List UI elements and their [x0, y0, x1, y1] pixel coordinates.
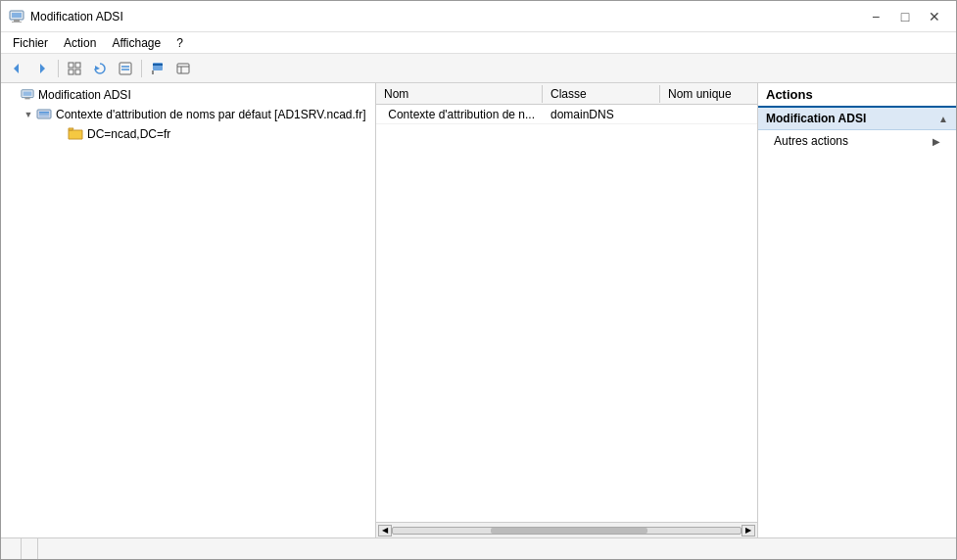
status-bar — [1, 537, 956, 559]
scroll-track[interactable] — [392, 527, 742, 535]
actions-section-modification[interactable]: Modification ADSI ▲ — [758, 108, 956, 130]
svg-rect-15 — [153, 64, 163, 66]
maximize-button[interactable]: □ — [891, 6, 919, 27]
main-area: Modification ADSI ▼ Contexte d'attributi… — [1, 83, 956, 537]
horizontal-scrollbar[interactable]: ◀ ▶ — [376, 522, 757, 537]
menu-help[interactable]: ? — [168, 34, 191, 52]
svg-rect-3 — [12, 22, 22, 23]
export-button[interactable] — [114, 58, 137, 79]
svg-rect-8 — [69, 70, 73, 74]
separator-1 — [58, 60, 59, 77]
grid-button[interactable] — [63, 58, 86, 79]
root-icon — [21, 88, 34, 102]
svg-rect-2 — [14, 20, 20, 22]
window-icon — [9, 9, 24, 24]
scroll-thumb[interactable] — [491, 528, 647, 534]
flag-button[interactable] — [146, 58, 169, 79]
col-nom[interactable]: Nom — [376, 85, 543, 103]
svg-marker-10 — [95, 66, 100, 70]
folder-icon — [68, 126, 83, 142]
table-body: Contexte d'attribution de n... domainDNS — [376, 105, 757, 522]
window-title: Modification ADSI — [30, 10, 862, 23]
col-classe[interactable]: Classe — [543, 85, 660, 103]
tree-item-dc[interactable]: DC=ncad,DC=fr — [48, 124, 375, 144]
content-pane: Nom Classe Nom unique Contexte d'attribu… — [376, 83, 757, 537]
table-header: Nom Classe Nom unique — [376, 83, 757, 105]
tree-item-contexte[interactable]: ▼ Contexte d'attribution de noms par déf… — [17, 105, 375, 124]
back-button[interactable] — [5, 58, 28, 79]
svg-marker-5 — [40, 64, 45, 73]
tree-pane: Modification ADSI ▼ Contexte d'attributi… — [1, 83, 376, 537]
status-segment-2 — [22, 538, 38, 559]
close-button[interactable]: ✕ — [921, 6, 948, 27]
svg-marker-4 — [14, 64, 19, 73]
svg-rect-17 — [177, 64, 189, 73]
table-row[interactable]: Contexte d'attribution de n... domainDNS — [376, 105, 757, 124]
autres-actions-label: Autres actions — [774, 134, 848, 148]
section-chevron-icon: ▲ — [938, 114, 948, 124]
tree-item-contexte-label: Contexte d'attribution de noms par défau… — [56, 108, 365, 121]
svg-rect-11 — [120, 63, 131, 74]
svg-rect-26 — [39, 116, 49, 117]
tree-item-dc-label: DC=ncad,DC=fr — [87, 127, 170, 141]
cell-nom: Contexte d'attribution de n... — [376, 106, 543, 123]
menu-bar: Fichier Action Affichage ? — [1, 32, 956, 54]
status-segment-1 — [5, 538, 22, 559]
dc-expand — [52, 126, 68, 142]
svg-rect-24 — [39, 112, 49, 114]
forward-button[interactable] — [30, 58, 54, 79]
scroll-left-button[interactable]: ◀ — [378, 525, 392, 537]
server-icon — [36, 107, 52, 122]
main-window: Modification ADSI − □ ✕ Fichier Action A… — [0, 0, 957, 560]
toolbar — [1, 54, 956, 83]
menu-action[interactable]: Action — [56, 34, 104, 52]
separator-2 — [141, 60, 142, 77]
view-button[interactable] — [171, 58, 195, 79]
menu-fichier[interactable]: Fichier — [5, 34, 56, 52]
cell-nom-unique — [660, 113, 757, 117]
window-controls: − □ ✕ — [862, 6, 948, 27]
svg-rect-25 — [39, 114, 49, 116]
root-expand — [5, 87, 21, 103]
svg-rect-7 — [75, 63, 80, 68]
svg-rect-9 — [75, 70, 80, 74]
svg-rect-21 — [24, 92, 32, 96]
actions-header: Actions — [758, 83, 956, 108]
actions-pane: Actions Modification ADSI ▲ Autres actio… — [757, 83, 956, 537]
status-segment-3 — [38, 538, 952, 559]
contexte-expand: ▼ — [21, 107, 36, 122]
menu-affichage[interactable]: Affichage — [104, 34, 168, 52]
refresh-button[interactable] — [88, 58, 112, 79]
autres-actions-chevron-icon: ▶ — [933, 136, 940, 147]
svg-rect-6 — [69, 63, 73, 68]
svg-rect-22 — [24, 98, 29, 100]
tree-root[interactable]: Modification ADSI — [1, 85, 375, 105]
minimize-button[interactable]: − — [862, 6, 889, 27]
title-bar: Modification ADSI − □ ✕ — [1, 1, 956, 32]
scroll-right-button[interactable]: ▶ — [742, 525, 755, 537]
svg-rect-1 — [12, 13, 22, 18]
cell-classe: domainDNS — [543, 106, 660, 123]
actions-section-label: Modification ADSI — [766, 112, 866, 125]
tree-root-label: Modification ADSI — [38, 88, 131, 102]
actions-item-autres[interactable]: Autres actions ▶ — [758, 130, 956, 152]
col-nom-unique[interactable]: Nom unique — [660, 85, 757, 103]
